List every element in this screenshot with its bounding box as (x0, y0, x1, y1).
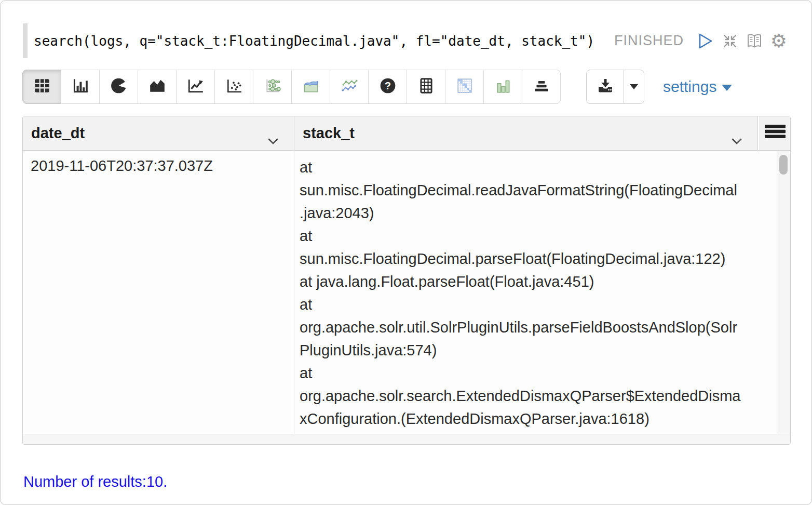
gear-icon[interactable]: ⚙ (770, 32, 788, 50)
line-chart-icon (187, 77, 205, 97)
viz-grouped-bar-chart-button[interactable] (483, 70, 522, 104)
download-button[interactable] (586, 70, 624, 104)
viz-table-button[interactable] (22, 70, 61, 104)
column-header-stack-t[interactable]: stack_t (294, 116, 758, 151)
viz-multi-line-chart-button[interactable] (330, 70, 369, 104)
code-editor-gutter (23, 23, 28, 58)
download-split-button (586, 70, 644, 104)
viz-stacked-area-chart-button[interactable] (291, 70, 330, 104)
viz-pie-chart-button[interactable] (99, 70, 138, 104)
grid-menu-button[interactable] (760, 116, 790, 151)
viz-bubble-chart-button[interactable] (253, 70, 292, 104)
stacked-area-chart-icon (302, 77, 320, 97)
settings-toggle[interactable]: settings (663, 70, 732, 104)
funnel-icon (533, 77, 550, 97)
caret-down-icon (630, 82, 638, 91)
column-header-date-dt[interactable]: date_dt (23, 116, 294, 151)
cell-date-dt: 2019-11-06T20:37:37.037Z (23, 151, 294, 434)
heatmap-icon (456, 77, 473, 97)
cell-stack-t: at sun.misc.FloatingDecimal.readJavaForm… (294, 151, 777, 434)
hamburger-menu-icon (764, 123, 786, 143)
run-button[interactable] (697, 32, 714, 50)
viz-area-chart-button[interactable] (138, 70, 177, 104)
paragraph-controls: FINISHED ⚙ (614, 23, 788, 58)
download-icon (597, 77, 614, 97)
visualization-toolbar: ? (22, 70, 561, 104)
column-label: stack_t (303, 125, 355, 142)
viz-grid-table-button[interactable] (407, 70, 445, 104)
viz-scatter-chart-button[interactable] (214, 70, 253, 104)
download-options-button[interactable] (624, 70, 644, 104)
multi-line-chart-icon (341, 77, 358, 97)
caret-down-icon (722, 85, 732, 91)
grouped-bar-chart-icon (494, 77, 512, 97)
horizontal-scrollbar[interactable] (23, 434, 790, 445)
column-label: date_dt (31, 125, 85, 142)
status-badge: FINISHED (614, 33, 684, 49)
table-body: 2019-11-06T20:37:37.037Z at sun.misc.Flo… (23, 151, 790, 434)
grid-table-icon (417, 77, 435, 97)
table-icon (33, 77, 51, 97)
viz-bar-chart-button[interactable] (61, 70, 100, 104)
results-count-text: Number of results:10. (23, 473, 167, 490)
column-menu-chevron-icon[interactable] (732, 131, 742, 148)
book-icon[interactable] (746, 32, 763, 50)
collapse-icon[interactable] (721, 32, 739, 50)
pie-chart-icon (110, 77, 128, 97)
code-editor[interactable]: search(logs, q="stack_t:FloatingDecimal.… (34, 23, 594, 58)
table-header-row: date_dt stack_t (23, 116, 790, 151)
viz-heatmap-button[interactable] (445, 70, 484, 104)
bubble-chart-icon (264, 77, 281, 97)
vertical-scrollbar[interactable] (777, 151, 790, 434)
bar-chart-icon (72, 77, 89, 97)
svg-text:?: ? (384, 80, 390, 91)
area-chart-icon (148, 77, 166, 97)
viz-help-button[interactable]: ? (368, 70, 407, 104)
settings-label: settings (663, 78, 716, 96)
vertical-scrollbar-thumb[interactable] (779, 155, 788, 175)
result-table: date_dt stack_t 2019-11-06T20:37:37.037Z (22, 116, 791, 445)
column-menu-chevron-icon[interactable] (268, 131, 278, 148)
notebook-paragraph: search(logs, q="stack_t:FloatingDecimal.… (0, 0, 812, 505)
help-icon: ? (379, 77, 397, 97)
viz-funnel-button[interactable] (522, 70, 561, 104)
scatter-chart-icon (225, 77, 243, 97)
viz-line-chart-button[interactable] (176, 70, 215, 104)
